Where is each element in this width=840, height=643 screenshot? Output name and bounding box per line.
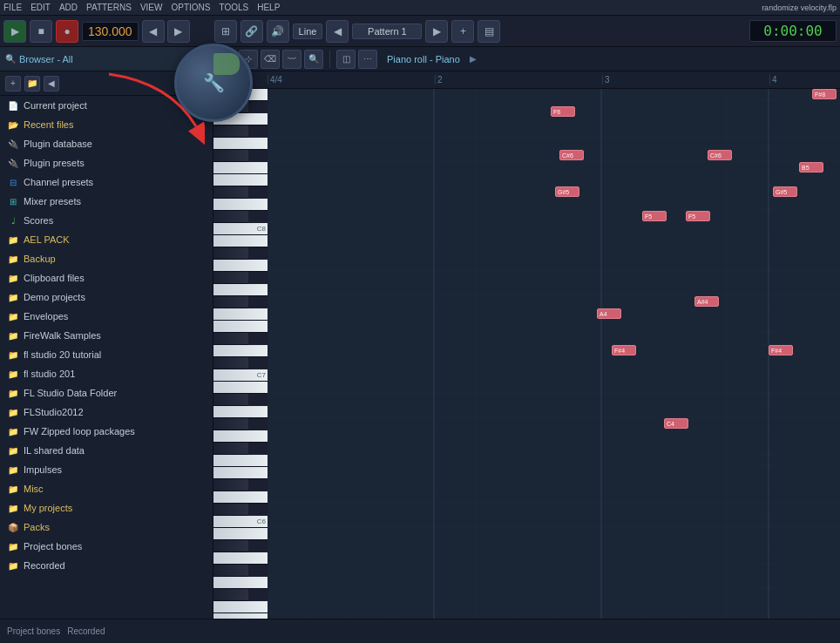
pattern-menu[interactable]: ▤ (478, 20, 500, 43)
piano-key-D6[interactable] (213, 491, 268, 504)
bpm-display[interactable]: 130.000 (82, 22, 139, 41)
piano-key-G#8[interactable] (213, 125, 248, 138)
note-21[interactable]: C4 (664, 418, 688, 429)
piano-key-C#7[interactable] (213, 357, 248, 369)
zoom-tool[interactable]: 🔍 (304, 50, 323, 69)
note-10[interactable]: F5 (642, 211, 667, 221)
piano-key-G5[interactable] (213, 577, 268, 589)
sidebar-item-6[interactable]: ♩Scores (0, 211, 213, 230)
note-9[interactable]: G#5 (773, 186, 797, 197)
quantize-btn[interactable]: ◫ (336, 50, 356, 69)
humanize-btn[interactable]: ⋯ (358, 50, 377, 69)
sidebar-item-1[interactable]: 📂Recent files (0, 115, 213, 134)
sidebar-item-16[interactable]: 📁FLStudio2012 (0, 403, 213, 422)
sidebar-item-18[interactable]: 📁IL shared data (0, 441, 213, 460)
note-4[interactable]: C#6 (708, 150, 732, 160)
piano-key-D#8[interactable] (213, 186, 248, 199)
piano-key-G#6[interactable] (213, 418, 248, 430)
sidebar-item-12[interactable]: 📁FireWalk Samples (0, 326, 213, 345)
sidebar-item-9[interactable]: 📁Clipboard files (0, 268, 213, 288)
snap-button[interactable]: ⊞ (214, 20, 237, 43)
tempo-up[interactable]: ▶ (167, 20, 190, 43)
sidebar-item-23[interactable]: 📁Project bones (0, 537, 213, 556)
piano-key-F6[interactable] (213, 455, 268, 467)
view-menu[interactable]: VIEW (140, 3, 163, 12)
speaker-button[interactable]: 🔊 (267, 20, 289, 43)
next-pattern[interactable]: ▶ (425, 20, 448, 43)
piano-key-C8[interactable]: C8 (213, 223, 268, 235)
sidebar-item-24[interactable]: 📁Recorded (0, 556, 213, 575)
note-0[interactable]: F6 (551, 106, 575, 117)
piano-key-G8[interactable] (213, 138, 268, 150)
note-16[interactable]: A4 (597, 308, 621, 319)
play-button[interactable]: ▶ (3, 20, 26, 43)
piano-key-A#6[interactable] (213, 394, 248, 406)
detuning-tool[interactable]: 〰 (282, 50, 301, 69)
piano-key-B6[interactable] (213, 382, 268, 394)
sidebar-item-8[interactable]: 📁Backup (0, 249, 213, 268)
piano-key-F#6[interactable] (213, 443, 248, 455)
prev-pattern[interactable]: ◀ (326, 20, 349, 43)
note-6[interactable]: B5 (799, 162, 823, 173)
sidebar-item-22[interactable]: 📦Packs (0, 518, 213, 537)
note-grid[interactable]: F6F#8F6C#6C#6D6B5A5G#5G#5F5F5E5D#5A#4A#4… (268, 89, 840, 619)
piano-key-G#5[interactable] (213, 565, 248, 577)
piano-key-F#7[interactable] (213, 296, 248, 308)
sidebar-item-14[interactable]: 📁fl studio 201 (0, 364, 213, 383)
piano-key-C7[interactable]: C7 (213, 369, 268, 382)
piano-key-E7[interactable] (213, 321, 268, 333)
piano-key-F#8[interactable] (213, 150, 248, 162)
sidebar-item-5[interactable]: ⊞Mixer presets (0, 192, 213, 211)
circle-button[interactable]: 🔧 (174, 44, 253, 122)
sidebar-item-20[interactable]: 📁Misc (0, 479, 213, 498)
note-1[interactable]: F#8 (812, 89, 837, 99)
help-menu[interactable]: HELP (257, 3, 280, 12)
piano-key-F5[interactable] (213, 601, 268, 613)
piano-key-E8[interactable] (213, 174, 268, 186)
note-18[interactable]: F#4 (612, 345, 636, 355)
sidebar-item-13[interactable]: 📁fl studio 20 tutorial (0, 345, 213, 364)
piano-key-A5[interactable] (213, 552, 268, 565)
pattern-display[interactable]: Pattern 1 (352, 24, 422, 39)
piano-key-G7[interactable] (213, 284, 268, 296)
piano-key-F#5[interactable] (213, 589, 248, 601)
stop-button[interactable]: ■ (30, 20, 52, 43)
add-menu[interactable]: ADD (59, 3, 78, 12)
note-3[interactable]: C#6 (559, 150, 584, 160)
tools-menu[interactable]: TOOLS (219, 3, 248, 12)
file-menu[interactable]: FILE (3, 3, 22, 12)
sidebar-item-11[interactable]: 📁Envelopes (0, 307, 213, 326)
piano-key-D8[interactable] (213, 199, 268, 211)
erase-tool[interactable]: ⌫ (261, 50, 280, 69)
sidebar-item-17[interactable]: 📁FW Zipped loop packages (0, 422, 213, 441)
piano-key-A7[interactable] (213, 260, 268, 272)
sidebar-item-10[interactable]: 📁Demo projects (0, 288, 213, 307)
sidebar-item-3[interactable]: 🔌Plugin presets (0, 153, 213, 173)
piano-key-B5[interactable] (213, 528, 268, 540)
piano-key-D#6[interactable] (213, 479, 248, 491)
tempo-down[interactable]: ◀ (142, 20, 165, 43)
sidebar-item-19[interactable]: 📁Impulses (0, 460, 213, 479)
sidebar-add-btn[interactable]: + (5, 76, 21, 91)
patterns-menu[interactable]: PATTERNS (86, 3, 132, 12)
piano-key-D7[interactable] (213, 345, 268, 357)
sidebar-item-21[interactable]: 📁My projects (0, 498, 213, 518)
add-pattern[interactable]: + (451, 20, 474, 43)
sidebar-item-4[interactable]: ⊟Channel presets (0, 173, 213, 192)
piano-key-G6[interactable] (213, 430, 268, 443)
options-menu[interactable]: OPTIONS (171, 3, 210, 12)
sidebar-item-7[interactable]: 📁AEL PACK (0, 230, 213, 249)
record-button[interactable]: ● (56, 20, 78, 43)
piano-key-F7[interactable] (213, 308, 268, 321)
sidebar-folder-btn[interactable]: 📁 (24, 76, 40, 91)
sidebar-item-2[interactable]: 🔌Plugin database (0, 134, 213, 153)
sidebar-item-15[interactable]: 📁FL Studio Data Folder (0, 383, 213, 403)
line-selector[interactable]: Line (293, 24, 323, 39)
piano-key-C#8[interactable] (213, 211, 248, 223)
piano-key-D#7[interactable] (213, 333, 248, 345)
piano-key-A#5[interactable] (213, 540, 248, 552)
edit-menu[interactable]: EDIT (30, 3, 51, 12)
note-11[interactable]: F5 (686, 211, 710, 221)
piano-key-B7[interactable] (213, 235, 268, 247)
link-button[interactable]: 🔗 (240, 20, 263, 43)
